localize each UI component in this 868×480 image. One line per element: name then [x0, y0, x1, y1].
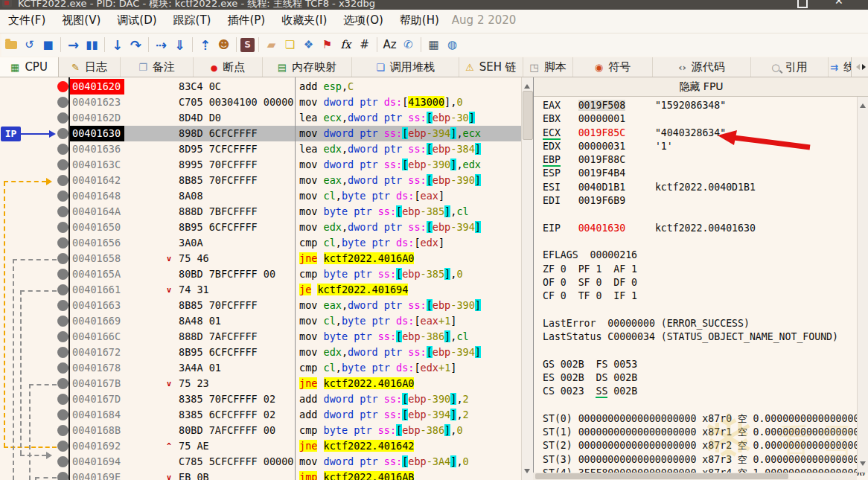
menu-item[interactable]: 调试(D): [109, 10, 165, 28]
disasm-row[interactable]: 0040167D8385 70FCFFFF 02add dword ptr ss…: [0, 391, 521, 407]
menu-item[interactable]: 跟踪(T): [165, 10, 220, 28]
hash-icon[interactable]: #: [356, 36, 373, 54]
disasm-row[interactable]: 004016488A08mov cl,byte ptr ds:[eax]: [0, 188, 521, 204]
disasm-row[interactable]: 0040162D8D4D D0lea ecx,dword ptr ss:[ebp…: [0, 110, 521, 126]
s-badge-icon[interactable]: S: [240, 38, 255, 52]
disasm-row[interactable]: 00401623C705 00304100 00000000mov dword …: [0, 95, 521, 110]
disasm-row[interactable]: 0040169EvEB 0Bjmp kctf2022.4016AB: [0, 470, 521, 480]
breakpoint-gutter-dot[interactable]: [57, 316, 68, 327]
breakpoint-gutter-dot[interactable]: [57, 284, 68, 295]
register-row[interactable]: ESI 0040D1B1 kctf2022.0040D1B1: [543, 181, 866, 194]
tab-符号[interactable]: 符号: [573, 57, 653, 77]
disasm-row[interactable]: 004016728B95 6CFCFFFFmov edx,dword ptr s…: [0, 345, 521, 360]
flags-row[interactable]: ZF 0 PF 1 AF 1: [543, 263, 866, 276]
disasm-row[interactable]: 00401661v74 31je kctf2022.401694: [0, 282, 521, 298]
disasm-row[interactable]: 0040162083C4 0Cadd esp,C: [0, 79, 521, 95]
scroll-thumb[interactable]: [535, 473, 788, 479]
breakpoint-gutter-dot[interactable]: [57, 237, 68, 249]
menu-item[interactable]: 选项(O): [335, 10, 392, 28]
menu-item[interactable]: 插件(P): [219, 10, 273, 28]
disasm-row[interactable]: 004016508B95 6CFCFFFFmov edx,dword ptr s…: [0, 220, 521, 235]
close-button[interactable]: ✕: [835, 0, 843, 7]
comments-icon[interactable]: ❏: [281, 36, 299, 54]
x87-register-row[interactable]: ST(1) 00000000000000000000 x87r1 空 0.000…: [543, 426, 866, 439]
breakpoint-gutter-dot[interactable]: [57, 222, 68, 233]
labels-icon[interactable]: ❖: [300, 36, 317, 54]
segment-row[interactable]: CS 0023 SS 002B: [543, 385, 866, 398]
x87-register-row[interactable]: ST(0) 00000000000000000000 x87r0 空 0.000…: [543, 412, 866, 426]
disasm-row[interactable]: 0040163C8995 70FCFFFFmov dword ptr ss:[e…: [0, 157, 521, 173]
maximize-button[interactable]: [797, 0, 808, 8]
disasm-row[interactable]: 004016563A0Acmp cl,byte ptr ds:[edx]: [0, 235, 521, 251]
tab-内存映射[interactable]: 内存映射: [263, 57, 352, 77]
last-error-row[interactable]: LastError 00000000 (ERROR_SUCCESS): [543, 317, 866, 330]
disasm-row[interactable]: 0040168B80BD 7AFCFFFF 00cmp byte ptr ss:…: [0, 423, 521, 438]
step-out-icon[interactable]: ⇓: [171, 36, 188, 54]
registers-hscrollbar[interactable]: [533, 473, 857, 480]
x87-register-row[interactable]: ST(2) 00000000000000000000 x87r2 空 0.000…: [543, 439, 866, 452]
restart-icon[interactable]: ↺: [21, 36, 38, 54]
functions-icon[interactable]: fx: [337, 36, 354, 54]
calculator-icon[interactable]: ▦: [425, 36, 442, 54]
breakpoint-gutter-dot[interactable]: [57, 175, 68, 186]
breakpoint-gutter-dot[interactable]: [57, 441, 68, 452]
open-file-icon[interactable]: [2, 36, 19, 54]
x87-register-row[interactable]: ST(3) 00000000000000000000 x87r3 空 0.000…: [543, 453, 866, 467]
stop-icon[interactable]: ■: [39, 36, 57, 54]
menu-item[interactable]: 视图(V): [54, 10, 109, 28]
disasm-row[interactable]: 004016698A48 01mov cl,byte ptr ds:[eax+1…: [0, 313, 521, 329]
scroll-thumb[interactable]: [523, 91, 533, 140]
disasm-row[interactable]: 0040166C888D 7AFCFFFFmov byte ptr ss:[eb…: [0, 329, 521, 345]
tab-CPU[interactable]: CPU: [0, 57, 59, 77]
step-into-icon[interactable]: ↓: [109, 36, 126, 54]
breakpoint-gutter-dot[interactable]: [57, 347, 68, 358]
disasm-row[interactable]: 0040164A888D 7BFCFFFFmov byte ptr ss:[eb…: [0, 204, 521, 220]
step-over-icon[interactable]: ↷: [127, 36, 144, 54]
segment-row[interactable]: ES 002B DS 002B: [543, 371, 866, 385]
tab-引用[interactable]: 引用: [751, 57, 829, 77]
case-icon[interactable]: Az: [381, 36, 398, 54]
breakpoint-gutter-dot[interactable]: [57, 206, 68, 217]
breakpoint-gutter-dot[interactable]: [57, 362, 68, 374]
breakpoint-gutter-dot[interactable]: [57, 409, 68, 420]
breakpoint-gutter-dot[interactable]: [57, 394, 68, 405]
register-row[interactable]: EAX 0019F508 "1592086348": [543, 99, 866, 112]
tab-调用堆栈[interactable]: 调用堆栈: [352, 57, 459, 77]
registers-pane[interactable]: 隐藏 FPU EAX 0019F508 "1592086348"EBX 0000…: [533, 77, 868, 480]
pause-icon[interactable]: ▮▮: [83, 36, 100, 54]
disasm-row[interactable]: 004016368D95 7CFCFFFFlea edx,dword ptr s…: [0, 141, 521, 157]
disasm-row[interactable]: 004016428B85 70FCFFFFmov eax,dword ptr s…: [0, 173, 521, 188]
scroll-down-icon[interactable]: [860, 461, 866, 469]
tab-备注[interactable]: 备注: [121, 57, 194, 77]
tab-scroll-right-icon[interactable]: [862, 64, 868, 70]
breakpoint-gutter-dot[interactable]: [57, 159, 68, 170]
disasm-row[interactable]: 00401658v75 46jne kctf2022.4016A0: [0, 251, 521, 266]
disassembly-scrollbar[interactable]: [521, 77, 533, 480]
breakpoint-gutter-dot[interactable]: [57, 97, 68, 108]
breakpoint-gutter-dot[interactable]: [57, 300, 68, 311]
flags-row[interactable]: CF 0 TF 0 IF 1: [543, 289, 866, 303]
execute-till-return-icon[interactable]: ⇡: [197, 36, 214, 54]
scroll-up-icon[interactable]: [860, 100, 866, 108]
register-row[interactable]: EDX 00000031 '1': [543, 140, 866, 153]
register-row[interactable]: EBX 00000001: [543, 112, 866, 126]
run-to-user-code-icon[interactable]: ☻: [215, 36, 232, 54]
disasm-row[interactable]: 0040167Bv75 23jne kctf2022.4016A0: [0, 376, 521, 391]
menu-item[interactable]: 帮助(H): [392, 10, 447, 28]
disasm-row[interactable]: 0040165A80BD 7BFCFFFF 00cmp byte ptr ss:…: [0, 266, 521, 282]
tab-脚本[interactable]: 脚本: [523, 57, 573, 77]
bookmarks-icon[interactable]: ⚑: [319, 36, 336, 54]
column-separator[interactable]: [295, 77, 296, 480]
disasm-row[interactable]: 004016848385 6CFCFFFF 02add dword ptr ss…: [0, 407, 521, 423]
disasm-row[interactable]: 00401692^75 AEjne kctf2022.401642: [0, 438, 521, 454]
register-row[interactable]: EIP 00401630 kctf2022.00401630: [543, 222, 866, 235]
menu-item[interactable]: 文件(F): [0, 10, 54, 28]
disasm-row[interactable]: 004016783A4A 01cmp cl,byte ptr ds:[edx+1…: [0, 360, 521, 376]
register-row[interactable]: ECX 0019F85C "4040328634": [543, 127, 866, 140]
breakpoint-gutter-dot[interactable]: [57, 331, 68, 342]
breakpoint-dot[interactable]: [57, 81, 68, 92]
breakpoint-gutter-dot[interactable]: [57, 269, 68, 280]
hide-fpu-header[interactable]: 隐藏 FPU: [534, 77, 868, 97]
breakpoint-gutter-dot[interactable]: [57, 253, 68, 264]
breakpoint-gutter-dot[interactable]: [57, 425, 68, 436]
